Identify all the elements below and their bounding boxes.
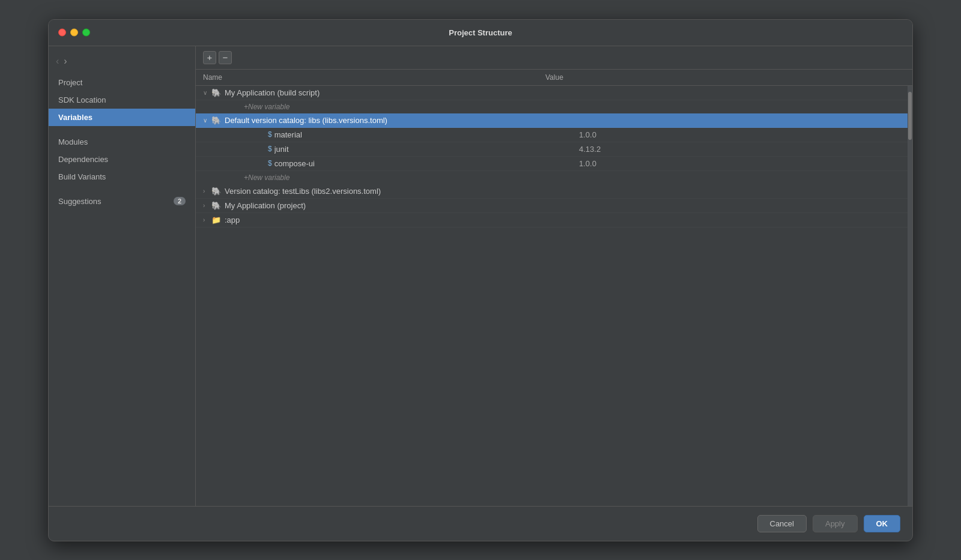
toolbar: + − [196,46,912,70]
new-variable-build-script[interactable]: +New variable [196,100,908,113]
tree-row-version-catalog-testlibs[interactable]: › 🐘 Version catalog: testLibs (libs2.ver… [196,184,908,199]
gradle-icon: 🐘 [211,88,221,97]
column-value-header: Value [538,73,912,82]
sidebar-item-sdk-location[interactable]: SDK Location [49,91,195,109]
chevron-down-icon-2: ∨ [203,117,211,124]
maximize-button[interactable] [82,29,90,37]
tree-row-my-application-build[interactable]: ∨ 🐘 My Application (build script) [196,86,908,100]
back-arrow-icon[interactable]: ‹ [56,56,59,67]
nav-arrows: ‹ › [49,51,195,74]
dollar-icon-junit: $ [268,145,272,153]
traffic-lights [58,29,90,37]
ok-button[interactable]: OK [864,515,901,532]
tree-row-default-version-catalog[interactable]: ∨ 🐘 Default version catalog: libs (libs.… [196,113,908,128]
sidebar-item-modules[interactable]: Modules [49,133,195,151]
sidebar: ‹ › Project SDK Location Variables Modul… [49,46,196,506]
dialog-footer: Cancel Apply OK [49,506,912,541]
remove-variable-button[interactable]: − [219,51,232,64]
dialog-body: ‹ › Project SDK Location Variables Modul… [49,46,912,506]
project-structure-dialog: Project Structure ‹ › Project SDK Locati… [48,19,913,541]
folder-icon: 📁 [211,215,221,224]
main-content: + − Name Value ∨ 🐘 My Application (build… [196,46,912,506]
tree-row-junit[interactable]: $ junit 4.13.2 [196,142,908,157]
table-header: Name Value [196,70,912,86]
sidebar-item-dependencies[interactable]: Dependencies [49,151,195,168]
sidebar-gap-2 [49,185,195,193]
tree-row-app-module[interactable]: › 📁 :app [196,213,908,227]
chevron-right-icon-2: › [203,202,211,209]
sidebar-item-project[interactable]: Project [49,74,195,91]
add-variable-button[interactable]: + [203,51,216,64]
close-button[interactable] [58,29,66,37]
tree-row-my-application-project[interactable]: › 🐘 My Application (project) [196,199,908,213]
scrollbar[interactable] [908,86,912,506]
new-variable-catalog[interactable]: +New variable [196,171,908,184]
chevron-down-icon: ∨ [203,89,211,96]
gradle-icon-2: 🐘 [211,116,221,125]
gradle-icon-4: 🐘 [211,201,221,210]
sidebar-gap [49,126,195,133]
dialog-title: Project Structure [449,28,512,37]
dollar-icon-material: $ [268,130,272,139]
cancel-button[interactable]: Cancel [757,515,807,532]
minimize-button[interactable] [70,29,78,37]
column-name-header: Name [196,73,538,82]
gradle-icon-3: 🐘 [211,187,221,196]
sidebar-item-suggestions[interactable]: Suggestions 2 [49,193,195,210]
suggestions-badge: 2 [174,197,186,205]
title-bar: Project Structure [49,20,912,46]
table-body: ∨ 🐘 My Application (build script) +New v… [196,86,908,506]
sidebar-item-variables[interactable]: Variables [49,109,195,126]
tree-row-compose-ui[interactable]: $ compose-ui 1.0.0 [196,157,908,171]
forward-arrow-icon[interactable]: › [64,56,67,67]
sidebar-item-build-variants[interactable]: Build Variants [49,168,195,185]
chevron-right-icon-3: › [203,217,211,223]
dollar-icon-compose-ui: $ [268,159,272,167]
scrollbar-thumb[interactable] [908,92,912,140]
chevron-right-icon: › [203,188,211,194]
tree-row-material[interactable]: $ material 1.0.0 [196,128,908,142]
apply-button[interactable]: Apply [813,515,858,532]
